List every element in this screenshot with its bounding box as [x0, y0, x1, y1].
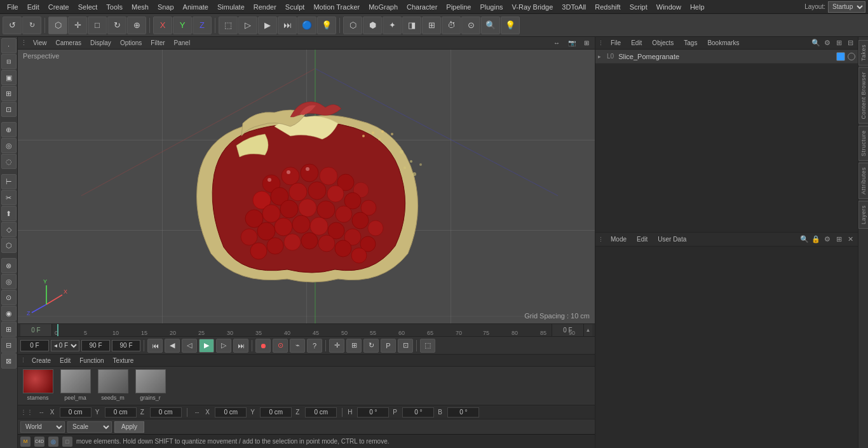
- tool-knife[interactable]: ✂: [1, 190, 17, 205]
- menu-file[interactable]: File: [3, 2, 23, 12]
- axis-y[interactable]: Y: [173, 17, 192, 34]
- menu-simulate[interactable]: Simulate: [213, 2, 249, 12]
- btn-move[interactable]: ✛: [329, 339, 344, 353]
- attr-expand-icon[interactable]: ⊞: [834, 234, 844, 245]
- current-frame-input[interactable]: [20, 340, 49, 351]
- undo-button[interactable]: ↺: [3, 17, 22, 34]
- obj-menu-file[interactable]: File: [607, 39, 624, 47]
- scale-select[interactable]: Scale: [67, 421, 112, 433]
- timeline-ruler[interactable]: 0 5 10 15 20 25 30 35 40 45 50 55 60 65: [52, 324, 552, 336]
- tool-loop[interactable]: ⊢: [1, 174, 17, 189]
- menu-character[interactable]: Character: [402, 2, 442, 12]
- menu-tools[interactable]: Tools: [102, 2, 127, 12]
- render-preview[interactable]: ▷: [238, 17, 257, 34]
- render-options[interactable]: 💡: [317, 17, 336, 34]
- view-option[interactable]: 🔍: [481, 17, 500, 34]
- btn-record[interactable]: ⏺: [255, 339, 271, 353]
- tool-s7[interactable]: ⊠: [1, 353, 17, 369]
- tool-rotate[interactable]: ↻: [107, 17, 126, 34]
- render-active[interactable]: ▶: [258, 17, 277, 34]
- view-anim[interactable]: ⊞: [422, 17, 441, 34]
- attr-menu-mode[interactable]: Mode: [607, 235, 630, 243]
- table-row[interactable]: ▸ L0 Slice_Pomegranate: [595, 50, 858, 64]
- viewport-menu-filter[interactable]: Filter: [147, 39, 168, 47]
- tab-structure[interactable]: Structure: [858, 126, 869, 161]
- tool-polygons[interactable]: ▣: [1, 70, 17, 85]
- tool-s4[interactable]: ◉: [1, 306, 17, 321]
- attr-lock-icon[interactable]: 🔒: [811, 234, 821, 245]
- material-peel[interactable]: peel_ma: [58, 369, 93, 402]
- tool-snap-2d[interactable]: ⊕: [1, 122, 17, 137]
- layout-select[interactable]: Startup: [828, 1, 865, 13]
- menu-mesh[interactable]: Mesh: [127, 2, 153, 12]
- tab-content-browser[interactable]: Content Browser: [858, 67, 869, 124]
- max-frame-input[interactable]: [112, 340, 140, 351]
- obj-collapse-icon[interactable]: ⊟: [845, 38, 855, 48]
- mat-menu-create[interactable]: Create: [29, 356, 54, 365]
- tool-bevel[interactable]: ◇: [1, 222, 17, 237]
- viewport-icon-expand[interactable]: ↔: [550, 39, 563, 47]
- btn-goto-start[interactable]: ⏮: [147, 339, 163, 353]
- mat-menu-function[interactable]: Function: [76, 356, 107, 365]
- coord-b-input[interactable]: [447, 407, 479, 417]
- coord-x-input[interactable]: [60, 407, 92, 417]
- obj-menu-edit[interactable]: Edit: [628, 39, 645, 47]
- btn-goto-end[interactable]: ⏭: [233, 339, 248, 353]
- view-scene[interactable]: ⊙: [461, 17, 480, 34]
- menu-motion-tracker[interactable]: Motion Tracker: [309, 2, 364, 12]
- tool-s1[interactable]: ⊗: [1, 258, 17, 273]
- timeline-frame-field[interactable]: 0 F: [552, 324, 583, 336]
- tool-uvw[interactable]: ⊞: [1, 86, 17, 101]
- coord-z-input[interactable]: [150, 407, 182, 417]
- tool-snap-3d[interactable]: ◎: [1, 138, 17, 153]
- coord-ysize-input[interactable]: [260, 407, 292, 417]
- tool-snap-4[interactable]: ◌: [1, 154, 17, 169]
- coord-xsize-input[interactable]: [215, 407, 247, 417]
- menu-3dtoall[interactable]: 3DToAll: [557, 2, 590, 12]
- viewport-menu-display[interactable]: Display: [87, 39, 114, 47]
- btn-record2[interactable]: P: [381, 339, 396, 353]
- coord-h-input[interactable]: [357, 407, 389, 417]
- viewport-menu-cameras[interactable]: Cameras: [53, 39, 85, 47]
- btn-autokey[interactable]: ⊙: [273, 339, 288, 353]
- end-frame-input[interactable]: [81, 340, 110, 351]
- mat-menu-texture[interactable]: Texture: [110, 356, 137, 365]
- menu-script[interactable]: Script: [625, 2, 652, 12]
- view-light[interactable]: 💡: [501, 17, 520, 34]
- btn-keyframe[interactable]: ⌁: [290, 339, 305, 353]
- viewport-menu-options[interactable]: Options: [117, 39, 145, 47]
- obj-color-swatch[interactable]: [836, 52, 845, 61]
- menu-snap[interactable]: Snap: [153, 2, 179, 12]
- obj-settings-icon[interactable]: ⚙: [822, 38, 832, 48]
- attr-menu-edit[interactable]: Edit: [634, 235, 651, 243]
- axis-z[interactable]: Z: [193, 17, 212, 34]
- frame-step-select[interactable]: ◂ 0 F: [51, 340, 79, 351]
- tool-scale[interactable]: ⊕: [127, 17, 146, 34]
- obj-menu-tags[interactable]: Tags: [681, 39, 700, 47]
- axis-x[interactable]: X: [153, 17, 172, 34]
- tool-texture[interactable]: ⊡: [1, 102, 17, 117]
- menu-animate[interactable]: Animate: [179, 2, 213, 12]
- obj-expand-icon[interactable]: ⊞: [834, 38, 844, 48]
- tool-s5[interactable]: ⊞: [1, 322, 17, 337]
- menu-sculpt[interactable]: Sculpt: [281, 2, 309, 12]
- coord-zsize-input[interactable]: [305, 407, 337, 417]
- render-viewer[interactable]: 🔵: [297, 17, 316, 34]
- obj-menu-objects[interactable]: Objects: [649, 39, 677, 47]
- tab-attributes[interactable]: Attributes: [858, 163, 869, 199]
- render-scene[interactable]: ⏭: [278, 17, 297, 34]
- tool-s6[interactable]: ⊟: [1, 337, 17, 353]
- menu-edit[interactable]: Edit: [23, 2, 44, 12]
- render-region[interactable]: ⬚: [219, 17, 238, 34]
- coord-p-input[interactable]: [402, 407, 434, 417]
- viewport-menu-panel[interactable]: Panel: [171, 39, 194, 47]
- tool-edges[interactable]: ⊟: [1, 54, 17, 69]
- menu-window[interactable]: Window: [652, 2, 686, 12]
- menu-render[interactable]: Render: [249, 2, 281, 12]
- menu-select[interactable]: Select: [74, 2, 102, 12]
- tab-layers[interactable]: Layers: [858, 201, 869, 229]
- viewport-canvas[interactable]: Perspective Grid Spacing : 10 cm X Y Z: [18, 50, 595, 323]
- tool-s2[interactable]: ◎: [1, 274, 17, 289]
- mat-menu-edit[interactable]: Edit: [57, 356, 74, 365]
- attr-close-icon[interactable]: ✕: [845, 234, 855, 245]
